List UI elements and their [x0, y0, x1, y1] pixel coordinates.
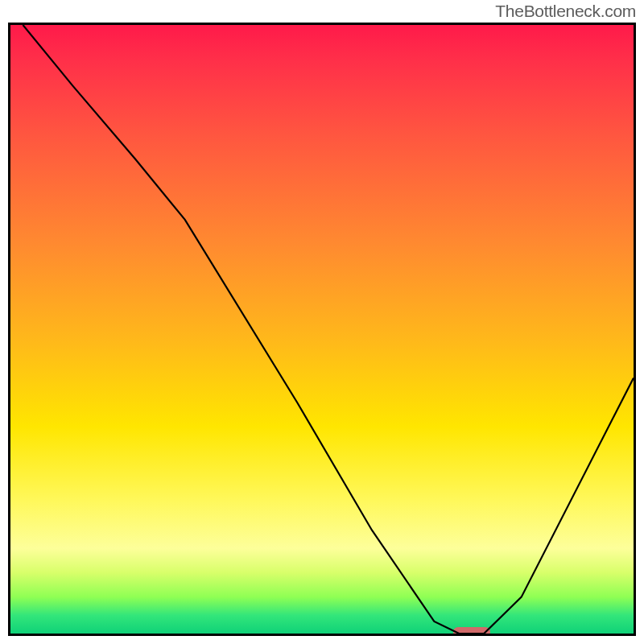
plot-area — [8, 23, 636, 636]
watermark-text: TheBottleneck.com — [495, 2, 636, 21]
bottleneck-curve-path — [23, 25, 634, 634]
bottleneck-chart: TheBottleneck.com — [0, 0, 644, 644]
curve-layer — [10, 25, 634, 634]
